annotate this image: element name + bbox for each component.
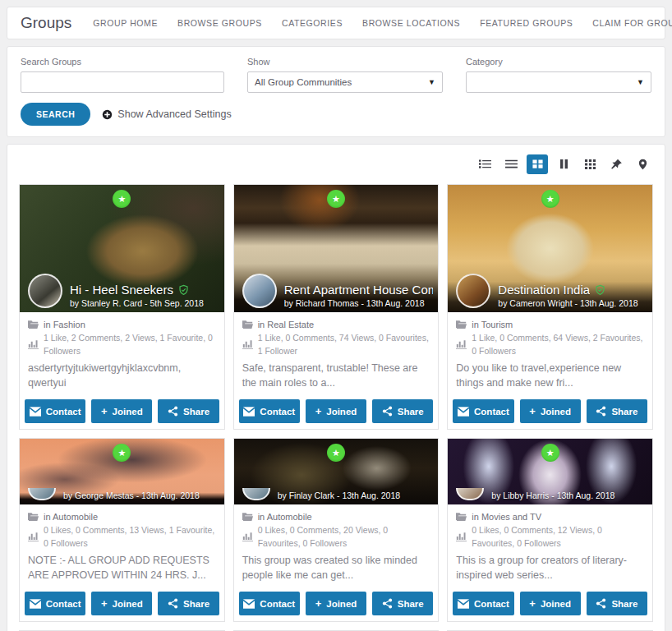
list-bullet-view-icon[interactable] [474,154,495,174]
groups-header: Groups Group HomeBrowse GroupsCategories… [7,7,665,39]
caret-down-icon: ▼ [428,78,435,86]
bar-chart-icon [456,339,467,349]
group-stats: 0 Likes, 0 Comments, 12 Views, 0 Favouri… [472,523,644,550]
groups-nav: Group HomeBrowse GroupsCategoriesBrowse … [93,18,672,28]
group-avatar[interactable] [242,274,277,308]
bar-chart-icon [28,339,39,349]
joined-button[interactable]: + Joined [306,399,366,423]
category-link[interactable]: Real Estate [267,320,314,329]
share-button[interactable]: Share [372,592,433,615]
group-description: Do you like to travel,experience new thi… [456,362,644,390]
group-byline: by Libby Harris - 13th Aug. 2018 [491,491,614,500]
plus-icon: + [529,406,536,417]
category-line: in Real Estate [258,318,315,331]
group-stats: 0 Likes, 0 Comments, 13 Views, 1 Favouri… [44,523,216,550]
share-icon [168,598,178,609]
category-link[interactable]: Fashion [53,320,85,329]
page-title: Groups [21,14,71,32]
plus-icon: + [101,598,108,609]
search-button[interactable]: SEARCH [21,103,90,126]
contact-button[interactable]: Contact [239,399,300,423]
nav-item-categories[interactable]: Categories [282,18,343,28]
group-stats: 1 Like, 2 Comments, 2 Views, 1 Favourite… [44,331,216,357]
list-view-icon[interactable] [500,154,522,174]
group-stats: 1 Like, 0 Comments, 74 Views, 0 Favourit… [258,331,430,357]
group-cover-image[interactable]: ★ by Finlay Clark - 13th Aug. 2018 [234,439,439,504]
group-card: ★ by Libby Harris - 13th Aug. 2018 [447,438,653,622]
show-select[interactable]: All Group Communities ▼ [247,71,443,93]
group-card: ★ by Finlay Clark - 13th Aug. 2018 [233,438,440,622]
group-avatar[interactable] [28,488,56,500]
share-button[interactable]: Share [587,592,647,615]
group-avatar[interactable] [456,488,484,500]
share-button[interactable]: Share [372,399,433,423]
bar-chart-icon [242,532,253,541]
group-stats: 1 Like, 0 Comments, 64 Views, 2 Favourit… [472,331,644,357]
group-card: ★ Destination India by Cameron Wright - … [447,184,653,430]
group-cover-image[interactable]: ★ by Libby Harris - 13th Aug. 2018 [448,439,652,504]
category-link[interactable]: Tourism [481,320,513,329]
contact-button[interactable]: Contact [25,592,85,615]
contact-button[interactable]: Contact [453,592,513,615]
envelope-icon [30,599,41,609]
grid-3-view-icon[interactable] [579,154,601,174]
folder-icon [456,320,467,329]
share-button[interactable]: Share [158,592,219,615]
share-icon [596,598,606,609]
nav-item-claim-for-group[interactable]: Claim for Group [592,18,672,28]
contact-button[interactable]: Contact [453,399,513,423]
verified-shield-icon [178,284,189,296]
category-link[interactable]: Automobile [53,512,98,522]
contact-button[interactable]: Contact [239,592,300,615]
group-avatar[interactable] [242,488,270,500]
group-avatar[interactable] [456,274,490,308]
group-byline: by Richard Thomas - 13th Aug. 2018 [284,298,434,308]
group-card: ★ Rent Apartment House Commercial Parkin… [233,184,440,430]
group-title[interactable]: Destination India [498,283,590,297]
group-cover-image[interactable]: ★ Rent Apartment House Commercial Parkin… [234,185,439,312]
group-byline: by Stanley R. Card - 5th Sep. 2018 [70,298,204,308]
nav-item-group-home[interactable]: Group Home [93,18,158,28]
category-link[interactable]: Automobile [267,512,312,522]
search-input[interactable] [21,71,224,93]
envelope-icon [243,407,255,417]
grid-2-view-icon[interactable] [527,154,548,174]
share-icon [168,406,178,417]
pin-view-icon[interactable] [605,154,627,174]
show-label: Show [247,57,443,67]
contact-button[interactable]: Contact [25,399,85,423]
featured-star-badge: ★ [541,190,559,208]
category-link[interactable]: Movies and TV [481,512,541,522]
envelope-icon [243,599,255,609]
map-view-icon[interactable] [632,154,653,174]
group-avatar[interactable] [28,274,62,308]
nav-item-browse-groups[interactable]: Browse Groups [177,18,262,28]
group-title[interactable]: Rent Apartment House Commercial Parkin [284,283,434,297]
joined-button[interactable]: + Joined [520,592,581,615]
show-advanced-settings-link[interactable]: Show Advanced Settings [102,108,231,120]
nav-item-featured-groups[interactable]: Featured Groups [480,18,573,28]
share-icon [596,406,606,417]
joined-button[interactable]: + Joined [306,592,366,615]
column-view-icon[interactable] [553,154,574,174]
group-cover-image[interactable]: ★ Hi - Heel Sneekers by Stanley R. Card … [20,185,224,312]
category-select[interactable]: ▼ [466,71,651,93]
group-cover-image[interactable]: ★ by George Mestas - 13th Aug. 2018 [20,439,224,504]
bar-chart-icon [28,532,39,541]
plus-circle-icon [102,109,113,120]
joined-button[interactable]: + Joined [520,399,581,423]
group-description: Safe, transparent, trustable! These are … [242,362,430,390]
share-button[interactable]: Share [158,399,219,423]
group-title[interactable]: Hi - Heel Sneekers [70,283,173,297]
bar-chart-icon [242,339,253,349]
groups-grid: ★ Hi - Heel Sneekers by Stanley R. Card … [19,184,653,631]
folder-icon [28,512,39,522]
group-description: asdertyrtyjtukiwertgyhjklaxcvbnm, qwerty… [28,362,216,390]
nav-item-browse-locations[interactable]: Browse Locations [362,18,460,28]
joined-button[interactable]: + Joined [91,592,152,615]
share-button[interactable]: Share [587,399,647,423]
category-line: in Automobile [44,510,98,523]
group-cover-image[interactable]: ★ Destination India by Cameron Wright - … [448,185,652,312]
joined-button[interactable]: + Joined [91,399,152,423]
folder-icon [28,320,39,329]
